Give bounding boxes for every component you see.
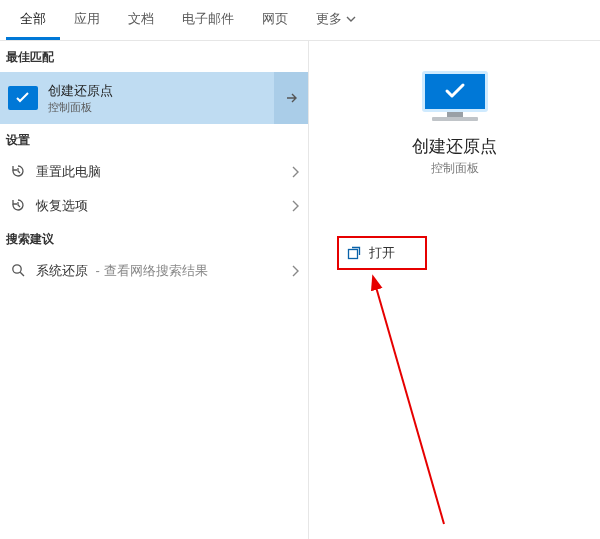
- tab-email[interactable]: 电子邮件: [168, 0, 248, 40]
- svg-point-0: [13, 264, 21, 272]
- tab-docs[interactable]: 文档: [114, 0, 168, 40]
- chevron-right-icon: [290, 166, 300, 178]
- open-button-label: 打开: [369, 244, 395, 262]
- monitor-check-icon: [422, 71, 488, 112]
- tab-label: 电子邮件: [182, 10, 234, 28]
- detail-app-icon: [420, 71, 490, 121]
- results-panel: 最佳匹配 创建还原点 控制面板 设置 重置此电脑: [0, 41, 309, 539]
- open-icon: [347, 246, 361, 260]
- history-icon: [8, 197, 28, 216]
- history-icon: [8, 163, 28, 182]
- settings-row-label: 重置此电脑: [36, 163, 290, 181]
- best-match-item[interactable]: 创建还原点 控制面板: [0, 72, 308, 124]
- suggestion-term: 系统还原: [36, 263, 88, 278]
- detail-subtitle: 控制面板: [309, 160, 600, 177]
- svg-line-2: [374, 280, 444, 524]
- detail-title: 创建还原点: [309, 135, 600, 158]
- settings-row-reset-pc[interactable]: 重置此电脑: [0, 155, 308, 189]
- group-header-best: 最佳匹配: [0, 41, 308, 72]
- settings-row-recovery-options[interactable]: 恢复选项: [0, 189, 308, 223]
- best-match-texts: 创建还原点 控制面板: [48, 82, 274, 115]
- chevron-right-icon: [290, 200, 300, 212]
- suggestion-row-label: 系统还原 - 查看网络搜索结果: [36, 262, 290, 280]
- tab-all[interactable]: 全部: [6, 0, 60, 40]
- open-button[interactable]: 打开: [337, 236, 427, 270]
- tab-label: 全部: [20, 10, 46, 28]
- detail-panel: 创建还原点 控制面板 打开: [309, 41, 600, 539]
- search-icon: [8, 262, 28, 281]
- tab-apps[interactable]: 应用: [60, 0, 114, 40]
- tab-label: 网页: [262, 10, 288, 28]
- annotation-arrow-icon: [349, 266, 469, 526]
- expand-button[interactable]: [274, 72, 308, 124]
- tab-label: 更多: [316, 10, 342, 28]
- monitor-check-icon: [8, 86, 38, 110]
- best-match-subtitle: 控制面板: [48, 100, 274, 115]
- suggestion-row-system-restore[interactable]: 系统还原 - 查看网络搜索结果: [0, 254, 308, 288]
- group-header-suggestions: 搜索建议: [0, 223, 308, 254]
- chevron-right-icon: [290, 265, 300, 277]
- svg-rect-1: [349, 250, 358, 259]
- tab-web[interactable]: 网页: [248, 0, 302, 40]
- settings-row-label: 恢复选项: [36, 197, 290, 215]
- search-category-tabs: 全部 应用 文档 电子邮件 网页 更多: [0, 0, 600, 41]
- tab-label: 文档: [128, 10, 154, 28]
- suggestion-hint: - 查看网络搜索结果: [92, 263, 208, 278]
- tab-more[interactable]: 更多: [302, 0, 370, 40]
- group-header-settings: 设置: [0, 124, 308, 155]
- best-match-title: 创建还原点: [48, 82, 274, 100]
- tab-label: 应用: [74, 10, 100, 28]
- chevron-down-icon: [346, 14, 356, 24]
